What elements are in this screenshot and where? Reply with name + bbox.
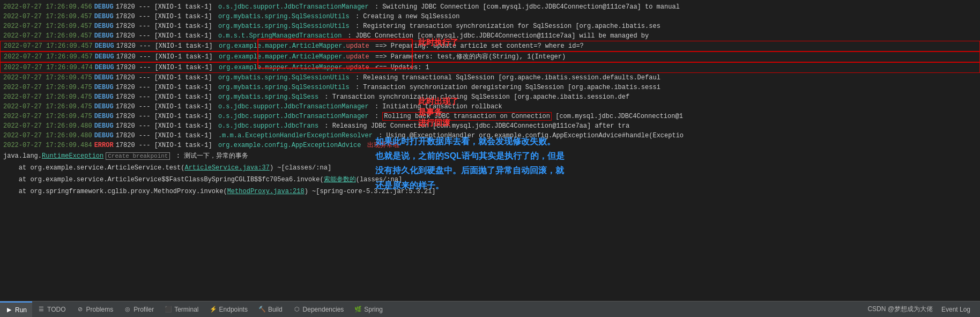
event-log-label: Event Log	[941, 306, 970, 313]
endpoints-icon: ⚡	[210, 306, 217, 313]
log-line: 2022-07-27 17:26:09.457 DEBUG 17820 --- …	[0, 12, 980, 21]
todo-icon: ☰	[38, 306, 45, 313]
toolbar-item-profiler[interactable]: ◎ Profiler	[118, 301, 159, 317]
toolbar-item-terminal[interactable]: ⬛ Terminal	[159, 301, 204, 317]
log-line: 2022-07-27 17:26:09.457 DEBUG 17820 --- …	[0, 31, 980, 41]
csdn-label: CSDN @梦想成为大佬	[867, 305, 933, 314]
log-container: 2022-07-27 17:26:09.456 DEBUG 17820 --- …	[0, 2, 980, 197]
build-label: Build	[268, 306, 283, 313]
dependencies-label: Dependencies	[303, 306, 344, 313]
exception-block: java.lang.RuntimeExceptionCreate breakpo…	[0, 150, 980, 162]
log-line: 2022-07-27 17:26:09.475 DEBUG 17820 --- …	[0, 73, 980, 83]
log-line: 2022-07-27 17:26:09.480 DEBUG 17820 --- …	[0, 121, 980, 131]
toolbar-right: CSDN @梦想成为大佬 Event Log	[867, 305, 980, 314]
toolbar-item-dependencies[interactable]: ⬡ Dependencies	[288, 301, 350, 317]
log-line-highlighted: 2022-07-27 17:26:09.457 DEBUG 17820 --- …	[0, 41, 980, 51]
log-line: 2022-07-27 17:26:09.480 DEBUG 17820 --- …	[0, 131, 980, 141]
build-icon: 🔨	[258, 306, 266, 313]
todo-label: TODO	[47, 306, 65, 313]
toolbar-item-run[interactable]: ▶ Run	[0, 301, 32, 317]
log-line: 2022-07-27 17:26:09.475 DEBUG 17820 --- …	[0, 83, 980, 92]
toolbar-item-todo[interactable]: ☰ TODO	[32, 301, 71, 317]
exception-line: at org.springframework.cglib.proxy.Metho…	[0, 186, 980, 197]
run-label: Run	[15, 306, 27, 314]
problems-icon: ⊘	[76, 306, 84, 313]
run-icon: ▶	[5, 306, 13, 314]
log-line: 2022-07-27 17:26:09.456 DEBUG 17820 --- …	[0, 2, 980, 12]
terminal-icon: ⬛	[165, 306, 172, 313]
exception-line: at org.example.service.ArticleService.te…	[0, 162, 980, 174]
event-log-button[interactable]: Event Log	[937, 306, 975, 313]
dependencies-icon: ⬡	[293, 306, 301, 313]
toolbar: ▶ Run ☰ TODO ⊘ Problems ◎ Profiler ⬛ Ter…	[0, 301, 980, 317]
toolbar-item-endpoints[interactable]: ⚡ Endpoints	[204, 301, 253, 317]
log-area: 2022-07-27 17:26:09.456 DEBUG 17820 --- …	[0, 0, 980, 301]
log-line: 2022-07-27 17:26:09.475 DEBUG 17820 --- …	[0, 112, 980, 121]
log-line-highlighted: 2022-07-27 17:26:09.457 DEBUG 17820 --- …	[0, 51, 980, 62]
log-line-error: 2022-07-27 17:26:09.484 ERROR 17820 --- …	[0, 141, 980, 150]
spring-icon: 🌿	[354, 306, 362, 313]
toolbar-item-problems[interactable]: ⊘ Problems	[71, 301, 118, 317]
endpoints-label: Endpoints	[219, 306, 248, 313]
problems-label: Problems	[86, 306, 113, 313]
profiler-icon: ◎	[124, 306, 131, 313]
toolbar-item-spring[interactable]: 🌿 Spring	[349, 301, 388, 317]
terminal-label: Terminal	[174, 306, 198, 313]
profiler-label: Profiler	[133, 306, 154, 313]
spring-label: Spring	[364, 306, 383, 313]
exception-line: at org.example.service.ArticleService$$F…	[0, 174, 980, 186]
log-line-highlighted: 2022-07-27 17:26:09.474 DEBUG 17820 --- …	[0, 62, 980, 73]
toolbar-item-build[interactable]: 🔨 Build	[253, 301, 288, 317]
log-line: 2022-07-27 17:26:09.457 DEBUG 17820 --- …	[0, 21, 980, 31]
log-line: 2022-07-27 17:26:09.475 DEBUG 17820 --- …	[0, 102, 980, 112]
log-line: 2022-07-27 17:26:09.475 DEBUG 17820 --- …	[0, 92, 980, 102]
